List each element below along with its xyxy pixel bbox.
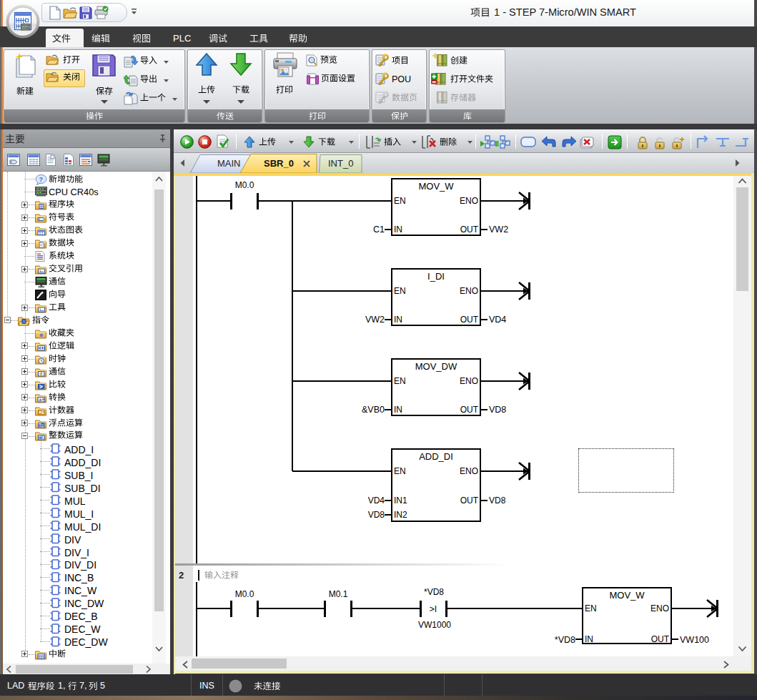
svg-text:±I: ±I [39, 435, 43, 440]
svg-text:±R: ±R [39, 423, 45, 428]
svg-text:+1: +1 [39, 410, 44, 415]
svg-text:?: ? [39, 176, 44, 183]
